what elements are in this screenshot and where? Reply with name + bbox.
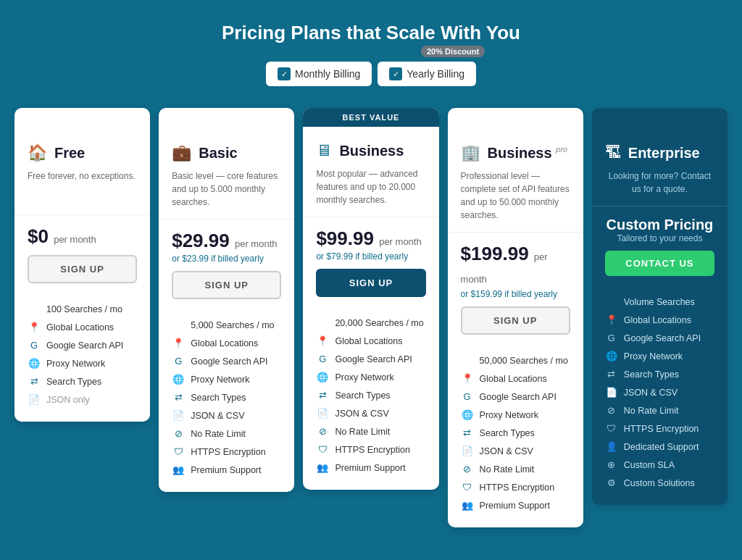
- feature-item: ⚙ Custom Solutions: [605, 474, 714, 492]
- feature-text: 20,000 Searches / mo: [335, 318, 423, 328]
- plan-name: Free: [54, 145, 85, 162]
- feature-icon: 📍: [316, 335, 329, 346]
- plan-icon-name: 🏗 Enterprise: [605, 143, 714, 162]
- plan-header: 🏢 Business pro Professional level — comp…: [448, 129, 583, 233]
- feature-icon: ⇄: [172, 392, 185, 403]
- feature-item: G Google Search API: [316, 350, 425, 368]
- feature-icon: 📍: [172, 338, 185, 348]
- feature-text: Search Types: [480, 428, 535, 438]
- plan-price: $99.99 per month: [316, 227, 425, 250]
- feature-item: 📄 JSON & CSV: [316, 404, 425, 422]
- feature-item: 👥 Premium Support: [461, 496, 570, 514]
- feature-text: JSON & CSV: [191, 411, 244, 421]
- plan-price-block: $99.99 per month or $79.99 if billed yea…: [303, 217, 438, 269]
- feature-text: Custom Solutions: [624, 478, 695, 488]
- feature-text: Search Types: [335, 390, 390, 401]
- page-title: Pricing Plans that Scale With You: [14, 22, 728, 44]
- monthly-billing-option[interactable]: ✓ Monthly Billing: [266, 62, 372, 86]
- feature-text: Custom SLA: [624, 460, 675, 470]
- plan-price-block: $0 per month: [14, 215, 150, 255]
- feature-item: 50,000 Searches / mo: [461, 352, 570, 369]
- plan-card-basic: 💼 Basic Basic level — core features and …: [159, 108, 294, 492]
- feature-text: Global Locations: [624, 315, 691, 325]
- custom-pricing-sub: Tailored to your needs: [605, 233, 714, 243]
- plan-price-block: $199.99 per month or $159.99 if billed y…: [448, 233, 583, 306]
- feature-text: Search Types: [46, 377, 101, 387]
- feature-text: Google Search API: [46, 340, 123, 351]
- plan-icon: 🏢: [461, 143, 480, 162]
- feature-icon: 📄: [461, 446, 474, 456]
- feature-item: 🌐 Proxy Network: [316, 368, 425, 386]
- plan-icon-name: 💼 Basic: [172, 143, 281, 162]
- feature-item: 100 Searches / mo: [28, 301, 137, 318]
- plan-icon: 🏗: [605, 143, 621, 162]
- feature-icon: G: [461, 391, 474, 402]
- feature-item: G Google Search API: [605, 329, 714, 347]
- feature-text: No Rate Limit: [624, 406, 679, 416]
- signup-button-business-pro[interactable]: SIGN UP: [461, 306, 570, 335]
- feature-item: 🌐 Proxy Network: [28, 354, 137, 372]
- feature-icon: ⊕: [605, 459, 618, 470]
- plan-price: $199.99 per month: [461, 243, 570, 288]
- feature-item: ⇄ Search Types: [172, 388, 281, 406]
- feature-item: 5,000 Searches / mo: [172, 317, 281, 334]
- signup-button-basic[interactable]: SIGN UP: [172, 271, 281, 299]
- plan-card-free: 🏠 Free Free forever, no exceptions. $0 p…: [14, 108, 150, 422]
- feature-item: 👥 Premium Support: [172, 461, 281, 479]
- feature-icon: 📄: [28, 394, 41, 405]
- feature-item: 🌐 Proxy Network: [461, 406, 570, 424]
- feature-icon: ⇄: [28, 376, 41, 387]
- feature-item: 🌐 Proxy Network: [172, 370, 281, 388]
- best-value-banner: BEST VALUE: [303, 108, 438, 127]
- plan-desc: Free forever, no exceptions.: [28, 170, 137, 204]
- plan-period: per month: [461, 251, 548, 285]
- custom-pricing-label: Custom Pricing: [605, 217, 714, 233]
- feature-text: Global Locations: [191, 338, 258, 348]
- feature-text: HTTPS Encryption: [335, 445, 410, 455]
- feature-text: Global Locations: [46, 322, 114, 333]
- feature-text: Premium Support: [191, 465, 261, 475]
- feature-text: JSON & CSV: [335, 409, 388, 419]
- feature-icon: 🛡: [461, 482, 474, 493]
- contact-button[interactable]: CONTACT US: [605, 251, 714, 276]
- features-list: 100 Searches / mo 📍 Global Locations G G…: [14, 293, 150, 422]
- feature-item: 📄 JSON only: [28, 390, 137, 409]
- feature-icon: ⚙: [605, 477, 618, 488]
- feature-icon: 🌐: [316, 372, 329, 383]
- feature-text: HTTPS Encryption: [191, 447, 266, 457]
- feature-item: 📍 Global Locations: [28, 318, 137, 336]
- discount-badge: 20% Discount: [421, 46, 485, 57]
- feature-icon: 👤: [605, 441, 618, 452]
- feature-icon: 🌐: [461, 409, 474, 420]
- features-list: 50,000 Searches / mo 📍 Global Locations …: [448, 345, 583, 527]
- feature-text: HTTPS Encryption: [624, 424, 699, 434]
- features-list: Volume Searches 📍 Global Locations G Goo…: [592, 286, 728, 505]
- plan-price-block: Custom Pricing Tailored to your needs: [592, 206, 728, 251]
- feature-text: Proxy Network: [624, 351, 683, 362]
- plan-price: $0 per month: [28, 225, 137, 248]
- plan-yearly-note: or $23.99 if billed yearly: [172, 254, 281, 264]
- feature-text: No Rate Limit: [191, 429, 246, 439]
- feature-icon: 👥: [316, 462, 329, 473]
- feature-text: No Rate Limit: [335, 427, 390, 437]
- feature-text: 50,000 Searches / mo: [480, 356, 568, 366]
- plan-header: 🖥 Business Most popular — advanced featu…: [303, 127, 438, 217]
- feature-text: No Rate Limit: [480, 464, 535, 475]
- plan-period: per month: [54, 234, 96, 245]
- feature-icon: 📍: [605, 314, 618, 325]
- signup-button-free[interactable]: SIGN UP: [28, 255, 137, 283]
- plan-price-block: $29.99 per month or $23.99 if billed yea…: [159, 220, 294, 271]
- yearly-billing-option[interactable]: 20% Discount ✓ Yearly Billing: [378, 62, 476, 86]
- plan-period: per month: [235, 238, 278, 249]
- feature-icon: 🌐: [28, 358, 41, 369]
- feature-item: 📍 Global Locations: [605, 311, 714, 329]
- feature-text: Proxy Network: [191, 375, 249, 385]
- feature-icon: 👥: [461, 500, 474, 511]
- signup-button-business[interactable]: SIGN UP: [316, 269, 425, 297]
- feature-item: 📄 JSON & CSV: [605, 383, 714, 401]
- plan-desc: Professional level — complete set of API…: [461, 170, 570, 222]
- feature-icon: ⇄: [605, 369, 618, 380]
- feature-text: Volume Searches: [624, 297, 695, 307]
- feature-text: Google Search API: [480, 392, 556, 402]
- feature-item: ⊘ No Rate Limit: [605, 401, 714, 419]
